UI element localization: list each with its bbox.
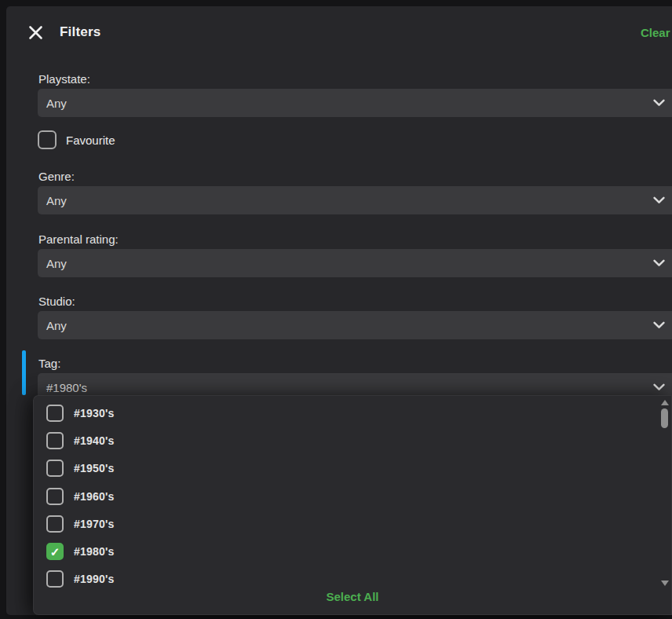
chevron-down-icon (653, 259, 665, 267)
genre-label: Genre: (38, 170, 672, 183)
playstate-select[interactable]: Any (38, 89, 672, 117)
checkbox-1950s[interactable]: ✓ (46, 460, 64, 477)
scrollbar-thumb[interactable] (661, 408, 668, 428)
close-icon (28, 25, 43, 40)
scroll-up-arrow-icon[interactable] (661, 400, 669, 405)
chevron-down-icon (653, 99, 665, 107)
favourite-checkbox-row[interactable]: ✓ Favourite (38, 130, 115, 149)
list-item-label: #1960's (74, 490, 114, 503)
genre-select[interactable]: Any (38, 186, 672, 214)
clear-filters-button[interactable]: Clear Filters (641, 26, 672, 39)
chevron-down-icon (653, 383, 665, 391)
list-item-1960s[interactable]: ✓ #1960's (34, 482, 659, 510)
list-item-label: #1980's (74, 545, 114, 558)
genre-select-value: Any (46, 194, 67, 207)
filter-row-playstate: Playstate: Any (38, 72, 672, 117)
check-icon: ✓ (50, 546, 60, 558)
chevron-down-icon (653, 321, 665, 329)
tag-dropdown-popup: ✓ #1930's ✓ #1940's ✓ #1950's ✓ #1960's … (33, 395, 672, 615)
popup-footer: Select All (34, 590, 671, 604)
favourite-checkbox[interactable]: ✓ (38, 130, 57, 149)
chevron-down-icon (653, 196, 665, 204)
studio-label: Studio: (38, 295, 672, 308)
checkbox-1930s[interactable]: ✓ (46, 405, 64, 422)
list-item-1930s[interactable]: ✓ #1930's (34, 399, 659, 427)
list-item-1940s[interactable]: ✓ #1940's (34, 427, 659, 454)
list-item-label: #1990's (74, 573, 114, 585)
list-item-label: #1970's (74, 518, 114, 530)
checkbox-1990s[interactable]: ✓ (46, 570, 64, 588)
dialog-title: Filters (60, 24, 100, 40)
list-item-1970s[interactable]: ✓ #1970's (34, 510, 659, 537)
filters-screen: Filters Clear Filters Playstate: Any ✓ F… (0, 0, 672, 619)
dropdown-scrollbar[interactable] (660, 400, 669, 612)
filter-row-parental-rating: Parental rating: Any (38, 233, 672, 277)
tag-select-value: #1980's (46, 381, 87, 394)
filter-row-genre: Genre: Any (38, 170, 672, 214)
tag-dropdown-list: ✓ #1930's ✓ #1940's ✓ #1950's ✓ #1960's … (34, 399, 659, 588)
tag-focus-accent-bar (22, 350, 26, 395)
list-item-label: #1930's (74, 407, 114, 419)
studio-select[interactable]: Any (38, 311, 672, 339)
list-item-1950s[interactable]: ✓ #1950's (34, 455, 659, 482)
scroll-down-arrow-icon[interactable] (661, 581, 669, 586)
close-button[interactable] (27, 24, 44, 41)
checkbox-1980s[interactable]: ✓ (46, 543, 64, 560)
list-item-1990s[interactable]: ✓ #1990's (34, 566, 659, 588)
checkbox-1940s[interactable]: ✓ (46, 432, 64, 449)
studio-select-value: Any (46, 319, 67, 332)
list-item-label: #1950's (74, 462, 114, 474)
parental-rating-select[interactable]: Any (38, 249, 672, 277)
select-all-button[interactable]: Select All (327, 590, 379, 603)
playstate-select-value: Any (46, 97, 67, 110)
parental-rating-label: Parental rating: (38, 233, 672, 246)
favourite-label: Favourite (66, 134, 115, 147)
checkbox-1970s[interactable]: ✓ (46, 515, 64, 533)
list-item-label: #1940's (74, 434, 114, 447)
tag-label: Tag: (38, 357, 672, 370)
checkbox-1960s[interactable]: ✓ (46, 488, 64, 505)
filter-row-studio: Studio: Any (38, 295, 672, 339)
playstate-label: Playstate: (38, 72, 672, 86)
list-item-1980s[interactable]: ✓ #1980's (34, 537, 659, 565)
parental-rating-select-value: Any (46, 257, 67, 270)
